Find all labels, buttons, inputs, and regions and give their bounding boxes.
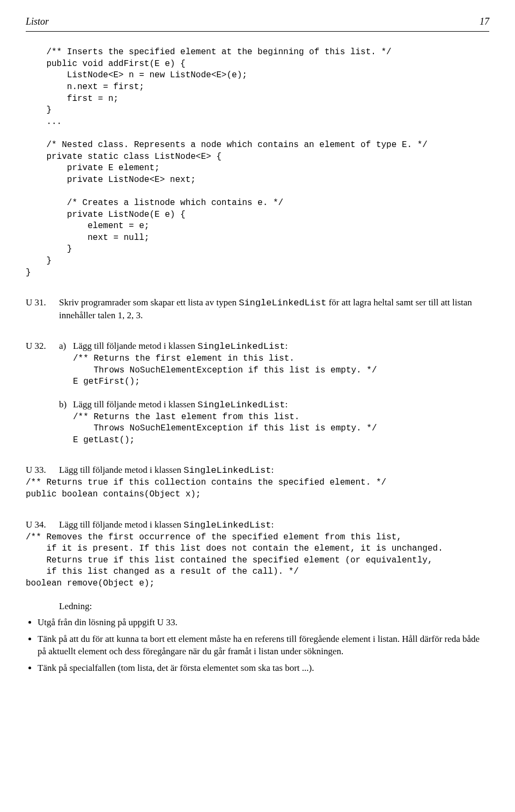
list-item: Tänk på specialfallen (tom lista, det är… — [38, 662, 489, 675]
page: Listor 17 /** Inserts the specified elem… — [0, 0, 515, 711]
inline-code: SingleLinkedList — [239, 298, 326, 308]
running-header: Listor 17 — [26, 15, 489, 28]
inline-code: SingleLinkedList — [197, 400, 285, 410]
text: Skriv programrader som skapar ett lista … — [59, 297, 239, 308]
list-item: Tänk på att du för att kunna ta bort ett… — [38, 633, 489, 658]
exercise-u31: U 31. Skriv programrader som skapar ett … — [26, 297, 489, 322]
exercise-body: a) Lägg till följande metod i klassen Si… — [59, 340, 489, 353]
exercise-u33: U 33. Lägg till följande metod i klassen… — [26, 464, 489, 477]
exercise-label: U 34. — [26, 519, 59, 531]
code-u34: /** Removes the first occurrence of the … — [26, 532, 489, 590]
text: Lägg till följande metod i klassen — [59, 465, 183, 475]
text: Lägg till följande metod i klassen — [73, 399, 197, 409]
subpart-text: Lägg till följande metod i klassen Singl… — [73, 399, 288, 412]
code-listing-top: /** Inserts the specified element at the… — [26, 47, 489, 279]
text: : — [271, 520, 274, 530]
code-u33: /** Returns true if this collection cont… — [26, 477, 489, 500]
header-rule — [26, 31, 489, 32]
inline-code: SingleLinkedList — [183, 520, 271, 530]
exercise-label: U 31. — [26, 297, 59, 309]
exercise-u32: U 32. a) Lägg till följande metod i klas… — [26, 340, 489, 353]
exercise-body: Lägg till följande metod i klassen Singl… — [59, 519, 489, 532]
code-u32a: /** Returns the first element in this li… — [73, 353, 489, 388]
text: : — [285, 341, 288, 351]
exercise-body: Skriv programrader som skapar ett lista … — [59, 297, 489, 322]
text: : — [285, 399, 288, 409]
inline-code: SingleLinkedList — [183, 465, 271, 476]
exercise-label: U 32. — [26, 340, 59, 353]
ledning-heading: Ledning: — [59, 601, 489, 613]
text: Lägg till följande metod i klassen — [59, 520, 183, 530]
exercise-body: Lägg till följande metod i klassen Singl… — [59, 464, 489, 477]
page-number: 17 — [480, 15, 489, 28]
subpart-label: b) — [59, 399, 73, 411]
subpart-b: b) Lägg till följande metod i klassen Si… — [59, 399, 489, 412]
exercise-u34: U 34. Lägg till följande metod i klassen… — [26, 519, 489, 532]
code-u32b: /** Returns the last element from this l… — [73, 412, 489, 447]
subpart-text: Lägg till följande metod i klassen Singl… — [73, 340, 288, 353]
inline-code: SingleLinkedList — [197, 341, 285, 352]
list-item: Utgå från din lösning på uppgift U 33. — [38, 617, 489, 629]
exercise-label: U 33. — [26, 464, 59, 477]
subpart-label: a) — [59, 340, 73, 353]
text: Lägg till följande metod i klassen — [73, 341, 197, 351]
text: : — [271, 465, 274, 475]
section-title: Listor — [26, 15, 49, 28]
ledning-list: Utgå från din lösning på uppgift U 33. T… — [26, 617, 489, 675]
subpart-a: a) Lägg till följande metod i klassen Si… — [59, 340, 489, 353]
